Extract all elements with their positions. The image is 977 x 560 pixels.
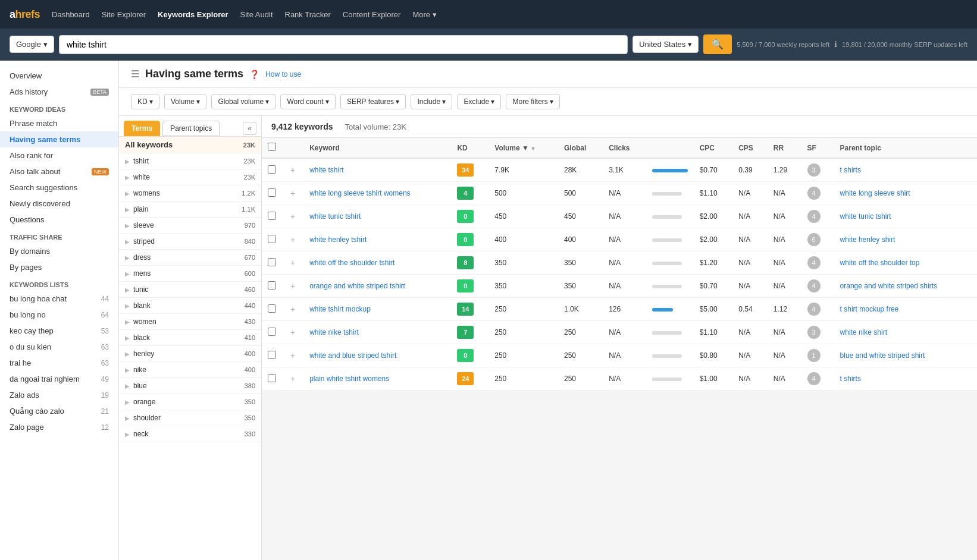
row-checkbox[interactable] [268,374,276,382]
add-button[interactable]: + [288,188,298,198]
list-item[interactable]: ▶ nike 400 [119,362,261,378]
row-checkbox[interactable] [268,188,276,197]
sidebar-list-trai-he[interactable]: trai he 63 [0,355,118,371]
parent-topic-cell[interactable]: white henley shirt [834,228,977,251]
row-checkbox[interactable] [268,328,276,336]
row-checkbox[interactable] [268,235,276,243]
add-button[interactable]: + [288,351,298,360]
keyword-cell[interactable]: white and blue striped tshirt [303,344,451,367]
sidebar-item-also-talk-about[interactable]: Also talk about NEW [0,163,118,180]
sidebar-list-quang-cao-zalo[interactable]: Quảng cáo zalo 21 [0,403,118,419]
sidebar-list-zalo-ads[interactable]: Zalo ads 19 [0,387,118,403]
parent-topic-cell[interactable]: white long sleeve shirt [834,182,977,205]
engine-select[interactable]: Google ▾ [10,36,54,53]
filter-word-count[interactable]: Word count ▾ [280,94,335,109]
list-item[interactable]: ▶ shoulder 350 [119,410,261,426]
keyword-cell[interactable]: plain white tshirt womens [303,367,451,391]
sidebar-list-da-ngoai[interactable]: da ngoai trai nghiem 49 [0,371,118,387]
how-to-use-link[interactable]: How to use [265,70,301,78]
sidebar-list-bu-long-hoa-chat[interactable]: bu long hoa chat 44 [0,291,118,307]
keyword-cell[interactable]: white long sleeve tshirt womens [303,182,451,205]
row-checkbox[interactable] [268,281,276,290]
row-checkbox[interactable] [268,351,276,359]
sidebar-list-keo-cay-thep[interactable]: keo cay thep 53 [0,323,118,339]
list-item[interactable]: ▶ womens 1.2K [119,185,261,202]
list-item[interactable]: ▶ henley 400 [119,346,261,362]
list-item[interactable]: ▶ tshirt 23K [119,153,261,169]
list-item[interactable]: ▶ blank 440 [119,298,261,314]
list-item[interactable]: ▶ dress 670 [119,250,261,266]
sidebar-list-o-du-su-kien[interactable]: o du su kien 63 [0,339,118,355]
add-button[interactable]: + [288,235,298,244]
filter-volume[interactable]: Volume ▾ [164,94,206,109]
list-item[interactable]: ▶ neck 330 [119,426,261,442]
add-button[interactable]: + [288,328,298,337]
list-item[interactable]: ▶ black 410 [119,330,261,346]
add-button[interactable]: + [288,258,298,268]
row-checkbox[interactable] [268,258,276,266]
list-item[interactable]: ▶ tunic 460 [119,282,261,298]
filter-exclude[interactable]: Exclude ▾ [457,94,501,109]
sidebar-item-ads-history[interactable]: Ads history BETA [0,84,118,100]
keyword-cell[interactable]: white tshirt mockup [303,298,451,321]
parent-topic-cell[interactable]: white off the shoulder top [834,251,977,275]
list-item[interactable]: ▶ mens 600 [119,266,261,282]
sidebar-item-also-rank-for[interactable]: Also rank for [0,147,118,163]
select-all-checkbox[interactable] [268,143,276,151]
list-item[interactable]: ▶ striped 840 [119,234,261,250]
filter-include[interactable]: Include ▾ [411,94,452,109]
filter-more[interactable]: More filters ▾ [506,94,560,109]
search-button[interactable]: 🔍 [703,34,732,54]
filter-kd[interactable]: KD ▾ [131,94,159,109]
filter-global-volume[interactable]: Global volume ▾ [211,94,275,109]
add-button[interactable]: + [288,165,298,175]
parent-topic-cell[interactable]: blue and white striped shirt [834,344,977,367]
list-item[interactable]: ▶ women 430 [119,314,261,330]
sidebar-list-zalo-page[interactable]: Zalo page 12 [0,419,118,435]
list-item[interactable]: ▶ white 23K [119,169,261,185]
list-item[interactable]: ▶ plain 1.1K [119,202,261,218]
country-select[interactable]: United States ▾ [632,36,699,53]
nav-dashboard[interactable]: Dashboard [52,10,90,19]
kw-all-keywords[interactable]: All keywords 23K [119,137,261,153]
nav-keywords-explorer[interactable]: Keywords Explorer [158,10,228,19]
tab-terms[interactable]: Terms [124,121,160,136]
filter-serp-features[interactable]: SERP features ▾ [340,94,406,109]
collapse-button[interactable]: « [243,122,256,135]
nav-site-explorer[interactable]: Site Explorer [102,10,146,19]
add-button[interactable]: + [288,281,298,291]
list-item[interactable]: ▶ blue 380 [119,378,261,394]
hamburger-icon[interactable]: ☰ [131,68,139,80]
nav-content-explorer[interactable]: Content Explorer [343,10,401,19]
keyword-cell[interactable]: white tunic tshirt [303,205,451,228]
list-item[interactable]: ▶ sleeve 970 [119,218,261,234]
nav-rank-tracker[interactable]: Rank Tracker [285,10,331,19]
list-item[interactable]: ▶ orange 350 [119,394,261,410]
add-button[interactable]: + [288,374,298,383]
add-button[interactable]: + [288,212,298,221]
row-checkbox[interactable] [268,212,276,220]
parent-topic-cell[interactable]: t shirts [834,367,977,391]
parent-topic-cell[interactable]: t shirts [834,158,977,182]
sidebar-item-by-pages[interactable]: By pages [0,259,118,275]
row-checkbox[interactable] [268,304,276,313]
help-icon[interactable]: ❓ [249,70,259,79]
sidebar-item-search-suggestions[interactable]: Search suggestions [0,180,118,196]
row-checkbox[interactable] [268,165,276,174]
nav-more[interactable]: More ▾ [412,10,436,19]
parent-topic-cell[interactable]: orange and white striped shirts [834,275,977,298]
keyword-cell[interactable]: white nike tshirt [303,321,451,344]
sidebar-item-phrase-match[interactable]: Phrase match [0,115,118,131]
parent-topic-cell[interactable]: t shirt mockup free [834,298,977,321]
parent-topic-cell[interactable]: white tunic tshirt [834,205,977,228]
sidebar-item-by-domains[interactable]: By domains [0,243,118,259]
keyword-cell[interactable]: white off the shoulder tshirt [303,251,451,275]
add-button[interactable]: + [288,304,298,314]
tab-parent-topics[interactable]: Parent topics [162,121,220,136]
search-input[interactable] [60,36,627,54]
keyword-cell[interactable]: orange and white striped tshirt [303,275,451,298]
keyword-cell[interactable]: white henley tshirt [303,228,451,251]
parent-topic-cell[interactable]: white nike shirt [834,321,977,344]
sidebar-item-having-same-terms[interactable]: Having same terms [0,131,118,147]
col-volume[interactable]: Volume ▼ [488,138,558,158]
